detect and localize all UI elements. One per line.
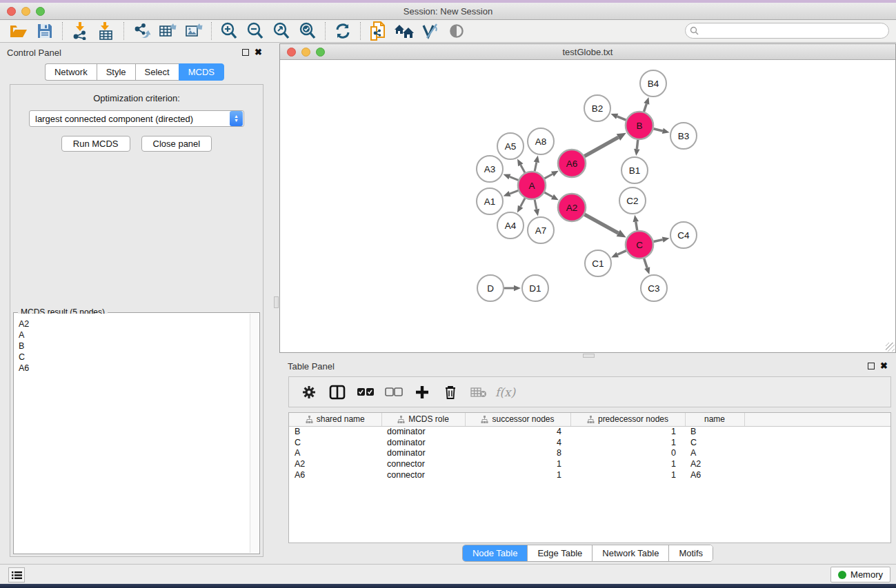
show-hide-button[interactable] [444,21,470,41]
result-list-scrollbar[interactable] [250,314,259,553]
edge-C-C2[interactable] [636,222,637,231]
select-stepper-icon: ▲▼ [230,111,243,126]
zoom-out-button[interactable] [242,21,268,41]
edge-C-C4[interactable] [654,240,663,242]
node-label-A7: A7 [535,225,547,236]
edge-A-A7[interactable] [535,200,537,210]
import-table-button[interactable] [93,21,119,41]
edge-A-A1[interactable] [510,190,518,194]
close-panel-icon[interactable]: ✖ [255,49,262,56]
task-history-button[interactable] [8,567,25,582]
search-input[interactable] [685,23,889,39]
mcds-result-group: MCDS result (5 nodes) A2ABCA6 [13,312,260,554]
export-table-button[interactable] [155,21,181,41]
desktop-bottom-strip [0,584,896,588]
mcds-result-item[interactable]: C [19,352,250,363]
toolbar-separator [325,22,326,40]
optimization-criterion-label: Optimization criterion: [10,93,263,103]
node-label-C3: C3 [648,283,659,294]
list-icon [12,571,22,580]
export-network-button[interactable] [128,21,155,41]
tab-select[interactable]: Select [135,63,179,81]
edge-A-A5[interactable] [521,165,525,172]
edge-A-A8[interactable] [535,162,537,171]
tab-node-table[interactable]: Node Table [463,545,528,561]
column-header-name[interactable]: name [685,413,744,426]
run-mcds-button[interactable]: Run MCDS [61,136,130,152]
tab-motifs[interactable]: Motifs [669,545,713,561]
table-row[interactable]: Bdominator41B [289,426,890,437]
column-header-predecessor-nodes[interactable]: predecessor nodes [570,413,685,426]
float-table-panel-icon[interactable] [868,363,875,369]
main-toolbar [0,20,896,43]
edge-A2-C[interactable] [584,214,618,233]
node-label-A1: A1 [484,196,496,207]
edge-A-A6[interactable] [544,174,552,178]
mcds-result-list[interactable]: A2ABCA6 [14,314,250,553]
edge-B-B2[interactable] [617,116,626,120]
table-row[interactable]: A2connector11A2 [289,458,890,469]
table-row[interactable]: Cdominator41C [289,437,890,448]
close-panel-button[interactable]: Close panel [141,136,212,152]
mcds-result-item[interactable]: B [19,341,250,352]
table-toolbar: f(x) [288,376,891,407]
toolbar-separator [360,22,361,40]
function-builder-button[interactable]: f(x) [495,385,515,399]
validator-button[interactable] [417,21,444,41]
table-row[interactable]: Adominator80A [289,447,890,458]
edge-A-A3[interactable] [510,176,519,180]
open-file-button[interactable] [6,21,32,41]
node-table[interactable]: shared nameMCDS rolesuccessor nodesprede… [288,412,891,543]
network-canvas[interactable]: B4B2BB3A8A5A6A3B1AC2A1A2A4A7C4CC1DD1C3 [280,61,895,352]
new-network-button[interactable] [365,21,391,41]
show-columns-button[interactable] [324,381,350,404]
search-icon [690,26,699,35]
mcds-result-item[interactable]: A2 [19,318,250,330]
table-row[interactable]: A6connector11A6 [289,469,890,480]
network-graph[interactable]: B4B2BB3A8A5A6A3B1AC2A1A2A4A7C4CC1DD1C3 [280,61,895,352]
tab-network-table[interactable]: Network Table [593,545,669,561]
export-table-icon [159,22,177,40]
window-resize-grip[interactable] [886,343,895,352]
zoom-selected-button[interactable] [295,21,321,41]
save-session-button[interactable] [32,21,58,41]
table-settings-button[interactable] [296,381,321,404]
memory-button[interactable]: Memory [830,567,890,582]
tab-style[interactable]: Style [97,63,135,81]
zoom-in-button[interactable] [216,21,242,41]
column-header-shared-name[interactable]: shared name [289,413,381,426]
tab-mcds[interactable]: MCDS [179,63,224,81]
zoom-fit-button[interactable] [268,21,295,41]
edge-A-A2[interactable] [544,192,552,196]
close-table-panel-icon[interactable]: ✖ [880,363,888,369]
vertical-splitter-handle[interactable] [274,296,279,308]
add-row-button[interactable] [409,381,435,404]
select-all-button[interactable] [352,381,378,404]
mcds-result-item[interactable]: A6 [19,363,250,374]
refresh-button[interactable] [330,21,356,41]
node-label-D1: D1 [529,283,541,294]
column-type-icon [306,416,313,423]
validator-icon [421,23,439,39]
criterion-select[interactable]: largest connected component (directed) ▲… [29,110,244,127]
float-panel-icon[interactable] [242,49,249,56]
import-network-button[interactable] [67,21,93,41]
edge-B-B1[interactable] [637,140,637,149]
edge-C-C1[interactable] [617,251,626,255]
column-header-successor-nodes[interactable]: successor nodes [465,413,570,426]
mcds-result-item[interactable]: A [19,330,250,341]
edge-B-B3[interactable] [653,129,662,131]
edge-A6-B[interactable] [584,137,618,156]
tab-edge-table[interactable]: Edge Table [528,545,593,561]
deselect-all-button[interactable] [381,381,406,404]
cybrowser-home-button[interactable] [391,21,417,41]
delete-table-button[interactable] [466,381,491,404]
node-label-A3: A3 [484,164,496,174]
edge-B-B4[interactable] [644,103,647,112]
delete-row-button[interactable] [437,381,463,404]
export-image-button[interactable] [181,21,207,41]
edge-A-A4[interactable] [521,199,525,207]
edge-C-C3[interactable] [644,258,648,268]
column-header-MCDS-role[interactable]: MCDS role [381,413,465,426]
tab-network[interactable]: Network [45,63,97,81]
